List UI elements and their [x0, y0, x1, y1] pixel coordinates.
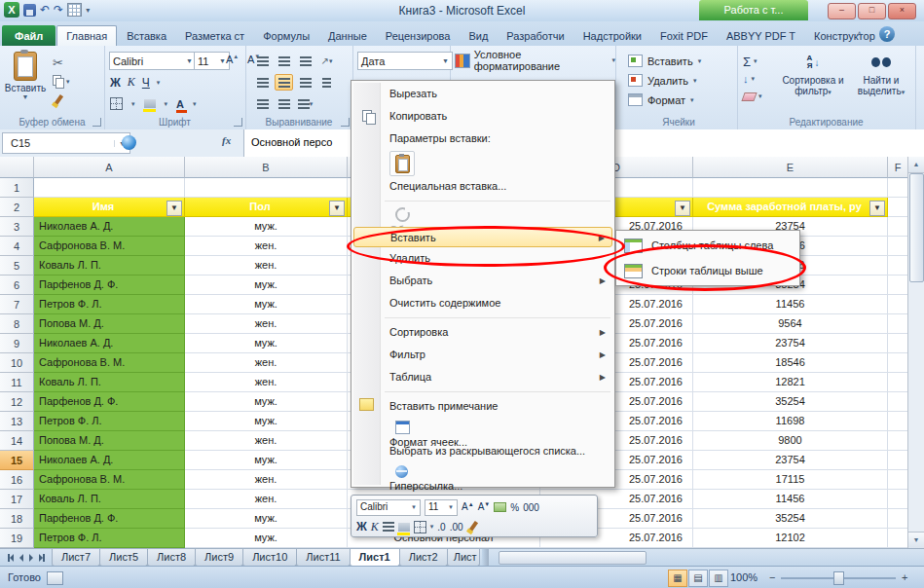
menu-item-select[interactable]: Выбрать▶	[353, 270, 612, 292]
tab-Формулы[interactable]: Формулы	[254, 25, 318, 46]
minimize-button[interactable]: –	[828, 3, 856, 19]
underline-dropdown-icon[interactable]: ▾	[157, 79, 161, 87]
menu-item-table[interactable]: Таблица▶	[353, 366, 612, 388]
page-layout-view-icon[interactable]: ▤	[688, 570, 708, 587]
quick-access-grid-icon[interactable]	[67, 3, 82, 17]
cell-E2[interactable]: Сумма заработной платы, ру▼	[693, 198, 888, 217]
menu-item-insert[interactable]: Вставить▶	[353, 227, 612, 247]
mini-percent-button[interactable]: %	[510, 502, 519, 513]
cell-B19[interactable]: муж.	[185, 529, 348, 548]
orientation-button[interactable]: ↗▾	[317, 53, 336, 69]
menu-item-insert-comment[interactable]: Вставить примечание	[353, 395, 612, 418]
menu-item-format-cells[interactable]: Формат ячеек...	[353, 418, 612, 440]
tab-split-handle[interactable]	[482, 549, 489, 567]
cell-B7[interactable]: муж.	[185, 295, 348, 314]
tab-Надстройки[interactable]: Надстройки	[574, 25, 650, 46]
cell-E12[interactable]: 35254	[693, 392, 888, 412]
mini-thousands-button[interactable]: 000	[523, 502, 539, 513]
cell-F15[interactable]	[888, 451, 908, 470]
italic-button[interactable]: К	[128, 75, 135, 90]
cell-B18[interactable]: муж.	[185, 509, 348, 529]
cell-B15[interactable]: муж.	[185, 451, 348, 470]
align-right-button[interactable]	[296, 74, 314, 91]
align-bottom-center-button[interactable]	[275, 95, 293, 112]
excel-logo-icon[interactable]: X	[4, 2, 19, 18]
cell-A4[interactable]: Сафронова В. М.	[34, 237, 185, 256]
cell-E10[interactable]: 18546	[693, 353, 888, 373]
cell-F16[interactable]	[888, 470, 908, 490]
cell-E7[interactable]: 11456	[693, 295, 888, 314]
cell-F5[interactable]	[888, 256, 908, 276]
cell-A16[interactable]: Сафронова В. М.	[34, 470, 185, 490]
menu-item-clear-contents[interactable]: Очистить содержимое	[353, 292, 612, 314]
copy-button[interactable]: ▾	[53, 72, 70, 91]
vertical-scroll-thumb[interactable]	[909, 173, 924, 282]
row-header-12[interactable]: 12	[0, 392, 34, 412]
bold-button[interactable]: Ж	[110, 76, 121, 90]
mini-fill-color-icon[interactable]	[398, 523, 410, 532]
zoom-out-button[interactable]: −	[769, 567, 775, 588]
menu-item-hyperlink[interactable]: Гиперссылка...	[353, 462, 612, 485]
cell-B6[interactable]: муж.	[185, 276, 348, 295]
cell-E13[interactable]: 11698	[693, 412, 888, 431]
underline-button[interactable]: Ч	[142, 76, 150, 90]
cell-E17[interactable]: 11456	[693, 490, 888, 509]
column-header-E[interactable]: E	[693, 157, 888, 178]
cell-E1[interactable]	[693, 178, 888, 198]
cell-A7[interactable]: Петров Ф. Л.	[34, 295, 185, 314]
fill-color-icon[interactable]	[144, 99, 156, 108]
insert-cells-button[interactable]: Вставить▾	[628, 53, 701, 69]
row-header-5[interactable]: 5	[0, 256, 34, 276]
menu-item-refresh[interactable]: Обновить	[353, 204, 612, 227]
sheet-tab-Лист2[interactable]: Лист2	[399, 549, 448, 567]
submenu-item-table-columns-left[interactable]: Столбцы таблицы слева	[618, 233, 797, 258]
cell-B5[interactable]: жен.	[185, 256, 348, 276]
mini-format-painter-icon[interactable]	[468, 521, 478, 533]
font-size-select[interactable]: 11▼	[194, 52, 230, 70]
cell-A3[interactable]: Николаев А. Д.	[34, 217, 185, 237]
cell-F4[interactable]	[888, 237, 908, 256]
mini-grow-font-button[interactable]: А▲	[462, 501, 474, 512]
zoom-in-button[interactable]: +	[902, 567, 907, 588]
menu-item-delete[interactable]: Удалить	[353, 247, 612, 270]
sheet-tab-Лист5[interactable]: Лист5	[99, 549, 148, 567]
cell-B4[interactable]: жен.	[185, 237, 348, 256]
cell-F14[interactable]	[888, 431, 908, 451]
clear-button[interactable]: ▾	[743, 88, 774, 105]
cell-A13[interactable]: Петров Ф. Л.	[34, 412, 185, 431]
cell-A15[interactable]: Николаев А. Д.	[34, 451, 185, 470]
row-header-10[interactable]: 10	[0, 353, 34, 373]
row-header-18[interactable]: 18	[0, 509, 34, 529]
cell-F1[interactable]	[888, 178, 908, 198]
cell-B13[interactable]: муж.	[185, 412, 348, 431]
menu-item-filter[interactable]: Фильтр▶	[353, 344, 612, 366]
dialog-launcher-icon[interactable]	[92, 118, 101, 127]
menu-item-cut[interactable]: Вырезать	[353, 83, 612, 105]
cell-B14[interactable]: жен.	[185, 431, 348, 451]
mini-bold-button[interactable]: Ж	[356, 520, 367, 533]
macro-record-icon[interactable]	[47, 571, 63, 585]
decrease-indent-icon[interactable]	[317, 74, 336, 91]
cell-A11[interactable]: Коваль Л. П.	[34, 373, 185, 392]
number-format-select[interactable]: Дата▼	[357, 52, 453, 70]
align-center-button[interactable]	[275, 74, 293, 91]
cell-A19[interactable]: Петров Ф. Л.	[34, 529, 185, 548]
minimize-ribbon-icon[interactable]: ˄	[857, 29, 862, 39]
align-bottom-left-button[interactable]	[253, 95, 272, 112]
cell-B2[interactable]: Пол▼	[185, 198, 348, 217]
filter-dropdown-icon[interactable]: ▼	[675, 201, 690, 216]
align-top-right-button[interactable]	[296, 53, 314, 69]
next-sheet-button[interactable]	[29, 554, 33, 562]
page-break-view-icon[interactable]: ▥	[709, 570, 728, 587]
dialog-launcher-icon[interactable]	[234, 118, 242, 127]
cell-B17[interactable]: жен.	[185, 490, 348, 509]
align-top-left-button[interactable]	[253, 53, 272, 69]
scroll-down-icon[interactable]: ▼	[908, 532, 924, 548]
tab-Разметка ст[interactable]: Разметка ст	[176, 25, 253, 46]
tab-ABBYY PDF T[interactable]: ABBYY PDF T	[718, 25, 804, 46]
cell-E18[interactable]: 35254	[693, 509, 888, 529]
save-icon[interactable]	[23, 4, 36, 17]
tab-Foxit PDF[interactable]: Foxit PDF	[651, 25, 717, 46]
mini-currency-icon[interactable]	[494, 502, 506, 512]
cell-F3[interactable]	[888, 217, 908, 237]
